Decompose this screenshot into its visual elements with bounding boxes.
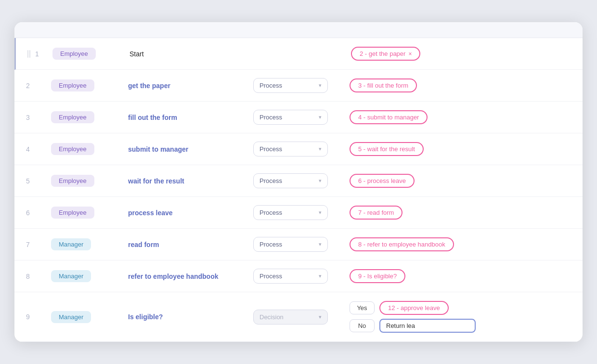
role-badge: Employee bbox=[51, 175, 94, 187]
shape-type-cell: Process▾ bbox=[253, 173, 350, 188]
role-badge: Manager bbox=[51, 311, 91, 323]
shape-type-cell: Process▾ bbox=[253, 110, 350, 125]
role-badge: Employee bbox=[51, 207, 94, 219]
shape-type-label: Process bbox=[260, 273, 282, 280]
shape-type-select[interactable]: Process▾ bbox=[253, 110, 328, 125]
chevron-down-icon: ▾ bbox=[319, 146, 322, 152]
next-process-tag-label: 3 - fill out the form bbox=[358, 82, 408, 89]
next-process-tag[interactable]: 4 - submit to manager bbox=[350, 110, 428, 124]
shape-type-label: Decision bbox=[260, 313, 284, 321]
process-name: get the paper bbox=[128, 82, 170, 90]
process-name: read form bbox=[128, 241, 159, 248]
next-process-tag[interactable]: 2 - get the paper× bbox=[351, 47, 420, 61]
row-num-cell: 3 bbox=[26, 114, 51, 121]
shape-type-select[interactable]: Process▾ bbox=[253, 173, 328, 188]
next-process-tag[interactable]: 8 - refer to employee handbook bbox=[350, 237, 454, 251]
next-process-cell: 5 - wait for the result bbox=[350, 138, 571, 160]
decision-option: Yes12 - approve leave bbox=[350, 301, 571, 315]
next-process-tag[interactable]: 3 - fill out the form bbox=[350, 78, 417, 92]
process-name: fill out the form bbox=[128, 114, 177, 121]
role-cell: Employee bbox=[51, 111, 128, 123]
role-badge: Employee bbox=[51, 79, 94, 91]
table-header bbox=[14, 22, 583, 38]
shape-type-label: Process bbox=[260, 82, 282, 89]
process-name-cell: process leave bbox=[128, 208, 253, 217]
row-number: 6 bbox=[26, 209, 30, 217]
next-process-tag[interactable]: 7 - read form bbox=[350, 206, 402, 220]
close-icon[interactable]: × bbox=[408, 51, 412, 57]
role-cell: Employee bbox=[51, 207, 128, 219]
process-name-cell: refer to employee handbook bbox=[128, 272, 253, 281]
shape-type-cell: Process▾ bbox=[253, 142, 350, 156]
chevron-down-icon: ▾ bbox=[319, 178, 322, 184]
row-number: 4 bbox=[26, 145, 30, 153]
role-badge: Manager bbox=[51, 270, 91, 282]
table-row: 7Managerread formProcess▾8 - refer to em… bbox=[14, 229, 583, 260]
shape-type-select[interactable]: Decision▾ bbox=[253, 310, 328, 325]
next-process-cell: 3 - fill out the form bbox=[350, 75, 571, 96]
start-label: Start bbox=[130, 50, 144, 58]
shape-type-label: Process bbox=[260, 241, 282, 248]
process-name: Is eligible? bbox=[128, 313, 163, 321]
process-name: submit to manager bbox=[128, 145, 188, 153]
next-process-tag-label: 6 - process leave bbox=[358, 177, 406, 184]
process-name: process leave bbox=[128, 209, 173, 217]
next-process-tag-label: 7 - read form bbox=[358, 209, 394, 216]
row-num-cell: 8 bbox=[26, 273, 51, 280]
chevron-down-icon: ▾ bbox=[319, 273, 322, 279]
row-number: 5 bbox=[26, 177, 30, 185]
shape-type-select[interactable]: Process▾ bbox=[253, 269, 328, 284]
row-number: 1 bbox=[35, 50, 39, 58]
shape-type-label: Process bbox=[260, 209, 282, 216]
decision-option: No bbox=[350, 319, 571, 333]
next-process-cell: 7 - read form bbox=[350, 202, 571, 223]
row-num-cell: 6 bbox=[26, 209, 51, 217]
shape-type-select[interactable]: Process▾ bbox=[253, 142, 328, 156]
row-num-cell: 2 bbox=[26, 82, 51, 90]
table-row: 5Employeewait for the resultProcess▾6 - … bbox=[14, 165, 583, 197]
shape-type-cell: Process▾ bbox=[253, 269, 350, 284]
drag-handle[interactable] bbox=[27, 50, 30, 58]
shape-type-cell: Decision▾ bbox=[253, 310, 350, 325]
table-row: 6Employeeprocess leaveProcess▾7 - read f… bbox=[14, 197, 583, 229]
table-row: 4Employeesubmit to managerProcess▾5 - wa… bbox=[14, 133, 583, 165]
next-process-tag-label: 4 - submit to manager bbox=[358, 114, 419, 121]
process-name-cell: Is eligible? bbox=[128, 312, 253, 321]
next-process-tag-label: 5 - wait for the result bbox=[358, 145, 415, 153]
shape-type-cell: Process▾ bbox=[253, 237, 350, 252]
next-process-tag[interactable]: 12 - approve leave bbox=[379, 301, 449, 315]
next-process-input[interactable] bbox=[379, 319, 476, 333]
chevron-down-icon: ▾ bbox=[319, 209, 322, 216]
next-process-tag[interactable]: 9 - Is eligible? bbox=[350, 269, 405, 283]
next-process-cell: 4 - submit to manager bbox=[350, 106, 571, 128]
shape-type-select[interactable]: Process▾ bbox=[253, 237, 328, 252]
next-process-tag[interactable]: 5 - wait for the result bbox=[350, 142, 424, 156]
shape-type-select[interactable]: Process▾ bbox=[253, 78, 328, 93]
next-process-tag[interactable]: 6 - process leave bbox=[350, 174, 415, 188]
next-process-cell: 2 - get the paper× bbox=[351, 43, 571, 65]
row-number: 9 bbox=[26, 313, 30, 321]
row-num-cell: 4 bbox=[26, 145, 51, 153]
next-process-cell: 6 - process leave bbox=[350, 170, 571, 192]
decision-option-label: Yes bbox=[350, 301, 375, 314]
shape-type-label: Process bbox=[260, 177, 282, 184]
next-process-cell: 8 - refer to employee handbook bbox=[350, 234, 571, 255]
main-card: 1EmployeeStart2 - get the paper×2Employe… bbox=[14, 22, 583, 342]
table-row: 1EmployeeStart2 - get the paper× bbox=[14, 38, 583, 70]
shape-type-select[interactable]: Process▾ bbox=[253, 205, 328, 220]
role-cell: Employee bbox=[52, 48, 130, 60]
role-badge: Employee bbox=[51, 111, 94, 123]
table-row: 9ManagerIs eligible?Decision▾Yes12 - app… bbox=[14, 292, 583, 342]
row-num-cell: 1 bbox=[27, 50, 52, 58]
role-badge: Employee bbox=[51, 143, 94, 155]
table-row: 2Employeeget the paperProcess▾3 - fill o… bbox=[14, 70, 583, 102]
role-cell: Manager bbox=[51, 270, 128, 282]
process-name: wait for the result bbox=[128, 177, 184, 185]
shape-type-label: Process bbox=[260, 114, 282, 121]
role-cell: Employee bbox=[51, 175, 128, 187]
next-process-tag-label: 9 - Is eligible? bbox=[358, 273, 397, 280]
shape-type-label: Process bbox=[260, 145, 282, 153]
chevron-down-icon: ▾ bbox=[319, 241, 322, 247]
row-number: 7 bbox=[26, 241, 30, 248]
chevron-down-icon: ▾ bbox=[319, 114, 322, 120]
